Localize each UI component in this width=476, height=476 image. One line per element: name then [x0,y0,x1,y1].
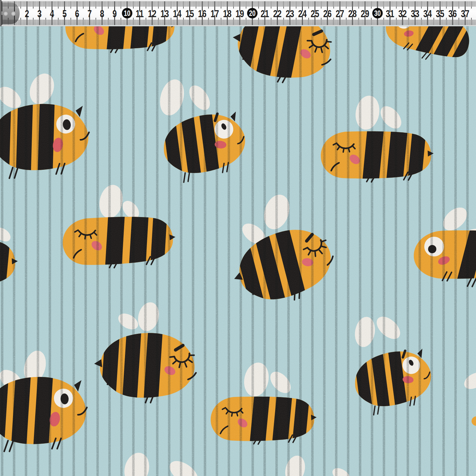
svg-text:19: 19 [235,8,244,19]
svg-text:12: 12 [148,8,156,19]
svg-text:9: 9 [113,8,117,19]
svg-text:36: 36 [448,8,457,19]
svg-text:24: 24 [298,8,307,19]
svg-text:7: 7 [88,8,92,19]
svg-text:22: 22 [273,8,282,19]
svg-text:20: 20 [249,9,255,17]
svg-text:34: 34 [423,8,432,19]
svg-text:21: 21 [261,8,269,19]
svg-text:30: 30 [374,9,380,17]
svg-text:10: 10 [124,9,130,17]
svg-text:31: 31 [386,8,394,19]
svg-text:15: 15 [186,8,194,19]
svg-text:29: 29 [361,8,369,19]
svg-text:23: 23 [286,8,294,19]
svg-text:17: 17 [210,8,219,19]
svg-text:37: 37 [461,8,469,19]
svg-text:28: 28 [348,8,357,19]
svg-text:5: 5 [63,8,67,19]
svg-text:33: 33 [411,8,420,19]
svg-text:16: 16 [198,8,207,19]
svg-text:6: 6 [75,8,79,19]
svg-text:8: 8 [100,8,104,19]
svg-text:4: 4 [50,8,54,19]
svg-text:25: 25 [311,8,319,19]
svg-text:13: 13 [161,8,169,19]
svg-text:26: 26 [323,8,332,19]
svg-text:2: 2 [25,8,29,19]
svg-text:18: 18 [223,8,232,19]
svg-text:27: 27 [336,8,344,19]
svg-text:14: 14 [173,8,182,19]
svg-text:32: 32 [398,8,407,19]
svg-text:3: 3 [37,8,42,19]
svg-text:35: 35 [436,8,444,19]
svg-text:11: 11 [136,8,143,19]
